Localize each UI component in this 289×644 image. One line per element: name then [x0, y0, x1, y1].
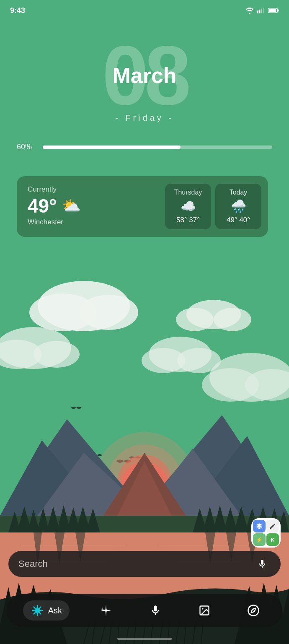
svg-rect-6: [269, 9, 276, 12]
date-widget: 08 March - Friday -: [0, 34, 289, 123]
svg-point-99: [202, 608, 204, 610]
svg-point-12: [176, 308, 214, 331]
date-number-container: 08 March: [86, 34, 203, 117]
progress-fill: [43, 145, 181, 149]
svg-point-16: [34, 341, 80, 368]
status-bar: 9:43: [0, 0, 289, 21]
home-indicator: [117, 638, 172, 640]
app-icon-pencil[interactable]: [266, 520, 279, 532]
svg-point-100: [248, 605, 259, 616]
weather-location: Winchester: [28, 218, 63, 226]
nav-image-button[interactable]: [192, 605, 217, 616]
progress-label: 60%: [17, 143, 37, 151]
battery-icon: [268, 7, 279, 14]
nav-mic-button[interactable]: [143, 605, 168, 616]
progress-bar-container: 60%: [17, 143, 272, 151]
nav-ask-button[interactable]: Ask: [23, 600, 70, 621]
nav-sparkle-button[interactable]: [93, 604, 119, 617]
nav-ask-label: Ask: [48, 606, 62, 615]
svg-rect-1: [259, 10, 261, 13]
weather-current-label: Currently: [28, 185, 57, 194]
status-time: 9:43: [10, 6, 25, 15]
signal-icon: [257, 7, 265, 14]
svg-rect-2: [261, 9, 262, 13]
search-bar[interactable]: Search: [8, 551, 281, 577]
thursday-icon: ☁️: [181, 199, 196, 213]
weather-current-temp: 49°: [28, 196, 57, 216]
weather-widget[interactable]: Currently 49° ⛅ Winchester Thursday ☁️ 5…: [17, 176, 268, 237]
status-icons: [245, 7, 279, 14]
today-temps: 49° 40°: [227, 216, 250, 224]
svg-point-13: [214, 308, 251, 331]
weather-thursday: Thursday ☁️ 58° 37°: [165, 184, 211, 229]
nav-compass-button[interactable]: [241, 604, 266, 617]
weather-current: Currently 49° ⛅ Winchester: [23, 184, 161, 229]
today-icon: 🌧️: [231, 199, 246, 213]
date-month: March: [112, 63, 176, 88]
thursday-temps: 58° 37°: [176, 216, 200, 224]
thursday-label: Thursday: [174, 189, 202, 196]
perplexity-icon: [31, 604, 44, 617]
mic-button[interactable]: [254, 556, 271, 572]
bottom-nav: Ask: [7, 594, 282, 627]
today-label: Today: [230, 189, 248, 196]
compass-icon: [247, 604, 260, 617]
app-icon-blue[interactable]: [253, 520, 266, 532]
svg-rect-0: [257, 10, 258, 13]
svg-point-10: [80, 295, 138, 330]
sparkle-icon: [100, 604, 112, 617]
weather-today: Today 🌧️ 49° 40°: [215, 184, 261, 229]
svg-rect-5: [278, 9, 279, 11]
landscape-illustration: [0, 273, 289, 644]
app-cluster[interactable]: ⚡ K: [251, 518, 281, 548]
weather-temp-row: 49° ⛅: [28, 196, 81, 216]
weather-current-icon: ⛅: [62, 197, 81, 215]
nav-mic-icon: [150, 605, 161, 616]
wifi-icon: [245, 7, 254, 14]
app-icon-k[interactable]: K: [266, 533, 279, 546]
svg-rect-3: [263, 8, 264, 13]
search-text: Search: [18, 558, 48, 569]
progress-track: [43, 145, 272, 149]
image-icon: [199, 605, 210, 616]
app-icon-green-bolt[interactable]: ⚡: [253, 533, 266, 546]
mic-icon: [257, 559, 267, 569]
